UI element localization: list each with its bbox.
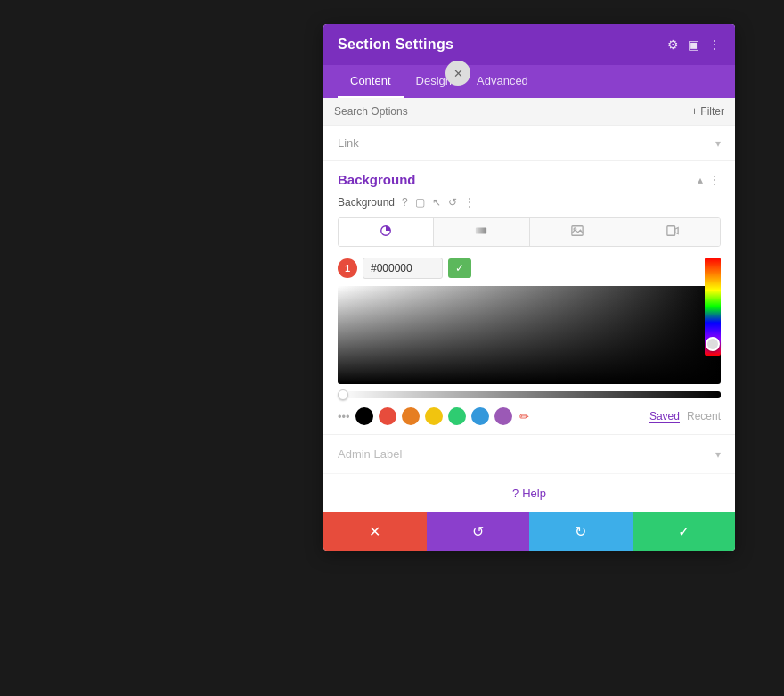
bg-undo-icon[interactable]: ↺ (448, 196, 457, 209)
color-picker: 1 ✓ (338, 258, 721, 398)
background-type-tabs (338, 217, 721, 247)
hue-thumb (706, 337, 720, 351)
background-header-controls: ▴ ⋮ (698, 173, 721, 187)
bg-label: Background (338, 196, 395, 209)
search-input[interactable] (334, 105, 646, 118)
bottom-bar: ✕ ↺ ↻ ✓ (323, 512, 735, 551)
bg-help-icon[interactable]: ? (402, 196, 408, 209)
hex-input[interactable] (363, 258, 443, 279)
tab-advanced[interactable]: Advanced (464, 65, 541, 98)
swatch-orange[interactable] (402, 407, 420, 425)
swatch-yellow[interactable] (425, 407, 443, 425)
swatch-black[interactable] (355, 407, 373, 425)
background-controls: Background ? ▢ ↖ ↺ ⋮ (338, 196, 721, 209)
opacity-slider[interactable] (338, 391, 721, 398)
cancel-button[interactable]: ✕ (323, 512, 427, 551)
svg-rect-4 (667, 226, 675, 236)
bg-cursor-icon[interactable]: ↖ (432, 196, 441, 209)
background-section: Background ▴ ⋮ Background ? ▢ ↖ ↺ ⋮ (323, 161, 735, 434)
edit-swatches-icon[interactable]: ✏ (519, 410, 529, 423)
header-icons: ⚙ ▣ ⋮ (667, 37, 721, 52)
tab-content[interactable]: Content (338, 65, 404, 98)
saturation-brightness-canvas[interactable] (338, 286, 721, 384)
saved-recent-tabs: Saved Recent (649, 410, 721, 423)
hue-track (705, 258, 721, 356)
panel-content: Link ▾ Background ▴ ⋮ Background ? ▢ (323, 126, 735, 512)
opacity-thumb (338, 389, 348, 400)
section-settings-panel: Section Settings ⚙ ▣ ⋮ Content Design Ad… (323, 24, 735, 551)
close-button[interactable]: ✕ (445, 61, 470, 86)
swatch-red[interactable] (379, 407, 396, 425)
bg-tab-image[interactable] (530, 218, 625, 246)
help-link[interactable]: ? Help (512, 487, 546, 500)
link-label: Link (338, 136, 359, 150)
recent-tab[interactable]: Recent (687, 410, 721, 422)
confirm-color-button[interactable]: ✓ (448, 258, 471, 278)
undo-button[interactable]: ↺ (427, 512, 530, 551)
saved-colors-row: ••• ✏ Saved Recent (338, 407, 721, 434)
admin-label-section[interactable]: Admin Label ▾ (323, 434, 735, 473)
redo-button[interactable]: ↻ (529, 512, 633, 551)
panel-title: Section Settings (338, 37, 453, 53)
bg-tab-video[interactable] (625, 218, 720, 246)
picker-canvas-row (338, 286, 721, 384)
saved-tab[interactable]: Saved (649, 410, 680, 423)
help-row: ? Help (323, 473, 735, 512)
more-swatches-icon[interactable]: ••• (338, 410, 350, 423)
admin-label: Admin Label (338, 447, 402, 461)
hex-input-row: 1 ✓ (338, 258, 721, 279)
background-header: Background ▴ ⋮ (338, 172, 721, 187)
link-chevron-icon: ▾ (715, 137, 721, 150)
background-title: Background (338, 172, 416, 187)
help-icon: ? (512, 487, 519, 500)
layout-icon[interactable]: ▣ (688, 37, 699, 52)
save-button[interactable]: ✓ (633, 512, 736, 551)
background-collapse-icon[interactable]: ▴ (698, 174, 703, 186)
bg-device-icon[interactable]: ▢ (415, 196, 425, 209)
swatch-green[interactable] (448, 407, 466, 425)
background-more-icon[interactable]: ⋮ (708, 173, 721, 187)
panel-header: Section Settings ⚙ ▣ ⋮ (323, 24, 735, 65)
bg-dots-icon[interactable]: ⋮ (464, 196, 475, 209)
bg-tab-color[interactable] (339, 218, 434, 246)
filter-label: + Filter (691, 105, 724, 118)
search-bar: + Filter (323, 98, 735, 126)
bg-tab-gradient[interactable] (434, 218, 529, 246)
swatch-purple[interactable] (494, 407, 512, 425)
swatch-blue[interactable] (471, 407, 489, 425)
link-section[interactable]: Link ▾ (323, 126, 735, 161)
svg-rect-1 (476, 228, 486, 234)
settings-icon[interactable]: ⚙ (667, 37, 679, 52)
admin-label-chevron-icon: ▾ (715, 448, 721, 461)
help-label: Help (522, 487, 546, 500)
more-icon[interactable]: ⋮ (708, 37, 721, 52)
hue-slider[interactable] (705, 258, 721, 356)
filter-button[interactable]: + Filter (691, 105, 724, 118)
tab-bar: Content Design Advanced (323, 65, 735, 98)
layer-badge: 1 (338, 258, 357, 278)
